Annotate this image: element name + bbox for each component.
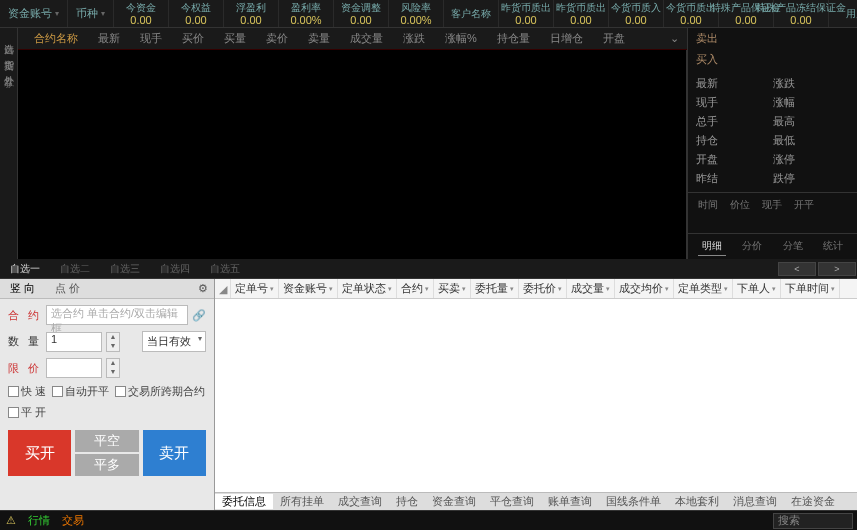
gh-contract[interactable]: 合约▾ xyxy=(397,279,434,298)
bt-transit[interactable]: 在途资金 xyxy=(784,494,842,509)
contract-input[interactable]: 选合约 单击合约/双击编辑框 xyxy=(46,305,188,325)
sel-tab-1[interactable]: 自选一 xyxy=(0,262,50,276)
vertical-tabs: 自选 期货 外盘 » xyxy=(0,28,18,259)
rp-change-label: 涨跌 xyxy=(773,74,850,93)
sell-open-button[interactable]: 卖开 xyxy=(143,430,206,476)
gh-ordertime[interactable]: 下单时间▾ xyxy=(781,279,840,298)
qh-volume[interactable]: 成交量 xyxy=(340,31,393,46)
sel-tab-4[interactable]: 自选四 xyxy=(150,262,200,276)
status-bar: ⚠ 行情 交易 搜索 xyxy=(0,510,857,530)
account-dropdown[interactable]: 资金账号▾ xyxy=(0,0,68,27)
price-spinner[interactable]: ▲▼ xyxy=(106,358,120,378)
stat-float-profit: 浮盈利0.00 xyxy=(224,0,279,27)
bt-orderinfo[interactable]: 委托信息 xyxy=(215,494,273,509)
bt-klinecond[interactable]: 国线条件单 xyxy=(599,494,668,509)
qh-changepct[interactable]: 涨幅% xyxy=(435,31,487,46)
rp-vol-label: 现手 xyxy=(696,93,773,112)
qh-bid[interactable]: 买价 xyxy=(172,31,214,46)
contract-link-icon[interactable]: 🔗 xyxy=(192,309,206,322)
vtab-futures[interactable]: 期货 xyxy=(0,44,17,60)
rp-ftab-detail[interactable]: 明细 xyxy=(698,237,726,256)
rp-tab-oc[interactable]: 开平 xyxy=(788,195,820,215)
rp-high-label: 最高 xyxy=(773,112,850,131)
vtab-more-icon[interactable]: » xyxy=(0,76,17,95)
rp-tab-price[interactable]: 价位 xyxy=(724,195,756,215)
gh-trader[interactable]: 下单人▾ xyxy=(733,279,781,298)
check-closeopen[interactable]: 平 开 xyxy=(8,405,46,420)
rp-low-label: 最低 xyxy=(773,131,850,150)
rp-last-label: 最新 xyxy=(696,74,773,93)
stat-profit-rate: 盈利率0.00% xyxy=(279,0,334,27)
order-settings-icon[interactable]: ⚙ xyxy=(192,282,214,295)
rp-dnlimit-label: 跌停 xyxy=(773,169,850,188)
check-autoopenclose[interactable]: 自动开平 xyxy=(52,384,109,399)
bt-localarb[interactable]: 本地套利 xyxy=(668,494,726,509)
bt-funds[interactable]: 资金查询 xyxy=(425,494,483,509)
gh-side[interactable]: 买卖▾ xyxy=(434,279,471,298)
buy-open-button[interactable]: 买开 xyxy=(8,430,71,476)
qh-change[interactable]: 涨跌 xyxy=(393,31,435,46)
vtab-foreign[interactable]: 外盘 xyxy=(0,60,17,76)
vtab-watchlist[interactable]: 自选 xyxy=(0,28,17,44)
close-short-button[interactable]: 平空 xyxy=(75,430,138,452)
sel-tab-3[interactable]: 自选三 xyxy=(100,262,150,276)
rp-ftab-ticks[interactable]: 分笔 xyxy=(779,237,807,256)
qh-open[interactable]: 开盘 xyxy=(593,31,635,46)
order-entry-panel: 竖 向 点 价 ⚙ 合 约 选合约 单击合约/双击编辑框 🔗 数 量 1 ▲▼ … xyxy=(0,279,215,510)
qh-last[interactable]: 最新 xyxy=(88,31,130,46)
gh-orderqty[interactable]: 委托量▾ xyxy=(471,279,519,298)
rp-ftab-priceticks[interactable]: 分价 xyxy=(738,237,766,256)
qh-oi[interactable]: 持仓量 xyxy=(487,31,540,46)
quote-expand-icon[interactable]: ⌄ xyxy=(662,32,687,45)
bt-positions[interactable]: 持仓 xyxy=(389,494,425,509)
search-input[interactable]: 搜索 xyxy=(773,513,853,529)
bt-closequery[interactable]: 平仓查询 xyxy=(483,494,541,509)
gh-orderprice[interactable]: 委托价▾ xyxy=(519,279,567,298)
qty-spinner[interactable]: ▲▼ xyxy=(106,332,120,352)
sel-tab-2[interactable]: 自选二 xyxy=(50,262,100,276)
order-tab-pointprice[interactable]: 点 价 xyxy=(45,281,90,296)
stat-risk-rate: 风险率0.00% xyxy=(389,0,444,27)
limit-price-input[interactable] xyxy=(46,358,102,378)
stat-fund-adjust: 资金调整0.00 xyxy=(334,0,389,27)
qh-vol[interactable]: 现手 xyxy=(130,31,172,46)
gh-ordertype[interactable]: 定单类型▾ xyxy=(674,279,733,298)
check-fast[interactable]: 快 速 xyxy=(8,384,46,399)
rp-tab-time[interactable]: 时间 xyxy=(692,195,724,215)
rp-ftab-stats[interactable]: 统计 xyxy=(819,237,847,256)
warning-icon[interactable]: ⚠ xyxy=(0,514,22,527)
validity-select[interactable]: 当日有效 xyxy=(142,331,206,352)
rp-uplimit-label: 涨停 xyxy=(773,150,850,169)
gh-fillqty[interactable]: 成交量▾ xyxy=(567,279,615,298)
status-quotes[interactable]: 行情 xyxy=(22,513,56,528)
orders-grid: ◢ 定单号▾ 资金账号▾ 定单状态▾ 合约▾ 买卖▾ 委托量▾ 委托价▾ 成交量… xyxy=(215,279,857,510)
check-exchange-spread[interactable]: 交易所跨期合约 xyxy=(115,384,205,399)
bt-allpending[interactable]: 所有挂单 xyxy=(273,494,331,509)
nav-next-button[interactable]: > xyxy=(818,262,856,276)
qh-contract[interactable]: 合约名称 xyxy=(22,31,88,46)
stat-today-equity: 今权益0.00 xyxy=(169,0,224,27)
gh-account[interactable]: 资金账号▾ xyxy=(279,279,338,298)
qh-oichange[interactable]: 日增仓 xyxy=(540,31,593,46)
sel-tab-5[interactable]: 自选五 xyxy=(200,262,250,276)
quote-grid-body xyxy=(18,50,687,259)
nav-prev-button[interactable]: < xyxy=(778,262,816,276)
gh-avgprice[interactable]: 成交均价▾ xyxy=(615,279,674,298)
qty-input[interactable]: 1 xyxy=(46,332,102,352)
status-trade[interactable]: 交易 xyxy=(56,513,90,528)
rp-tab-vol[interactable]: 现手 xyxy=(756,195,788,215)
qh-ask[interactable]: 卖价 xyxy=(256,31,298,46)
gh-status[interactable]: 定单状态▾ xyxy=(338,279,397,298)
grid-corner[interactable]: ◢ xyxy=(215,279,231,298)
gh-orderid[interactable]: 定单号▾ xyxy=(231,279,279,298)
qh-bidqty[interactable]: 买量 xyxy=(214,31,256,46)
grid-body xyxy=(215,299,857,492)
currency-dropdown[interactable]: 币种▾ xyxy=(68,0,114,27)
bt-messages[interactable]: 消息查询 xyxy=(726,494,784,509)
qh-askqty[interactable]: 卖量 xyxy=(298,31,340,46)
order-tab-vertical[interactable]: 竖 向 xyxy=(0,281,45,296)
quote-header-row: 合约名称 最新 现手 买价 买量 卖价 卖量 成交量 涨跌 涨幅% 持仓量 日增… xyxy=(18,28,687,50)
bt-fills[interactable]: 成交查询 xyxy=(331,494,389,509)
bt-statement[interactable]: 账单查询 xyxy=(541,494,599,509)
close-long-button[interactable]: 平多 xyxy=(75,454,138,476)
